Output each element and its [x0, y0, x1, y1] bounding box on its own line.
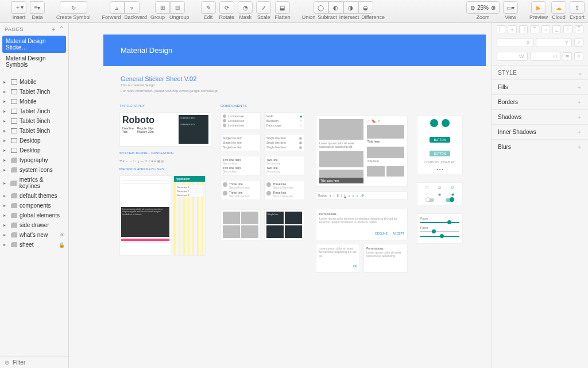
- add-shadows-icon[interactable]: ＋: [576, 113, 582, 121]
- align-top-icon[interactable]: ▔: [530, 25, 539, 33]
- style-chevron-icon[interactable]: ⌄: [578, 70, 582, 76]
- align-right-icon[interactable]: ▕: [519, 25, 528, 33]
- layer-row[interactable]: ▸Mobile: [0, 97, 68, 106]
- data-button[interactable]: ≡▾: [30, 1, 45, 14]
- mask-button[interactable]: ◔: [238, 1, 253, 14]
- disclosure-icon[interactable]: ▸: [3, 167, 8, 172]
- page-item-sticker[interactable]: Material Design Sticke…: [2, 36, 66, 53]
- layer-row[interactable]: ▸side drawer: [0, 220, 68, 230]
- rotate-button[interactable]: ⟳: [219, 1, 234, 14]
- view-button[interactable]: ▭▾: [503, 1, 518, 14]
- y-field[interactable]: Y: [536, 38, 572, 47]
- export-button[interactable]: ⇪: [570, 1, 585, 14]
- backward-button[interactable]: ▿: [125, 1, 140, 14]
- layer-row[interactable]: ▸metrics & keylines: [0, 175, 68, 191]
- disclosure-icon[interactable]: ▸: [3, 213, 8, 218]
- x-field[interactable]: X: [497, 38, 533, 47]
- layer-row[interactable]: ▸Tablet 9inch: [0, 116, 68, 126]
- zoom-value: 25%: [477, 5, 489, 11]
- layer-row[interactable]: ▸typography: [0, 155, 68, 165]
- disclosure-icon[interactable]: ▸: [3, 128, 8, 133]
- forward-button[interactable]: ▵: [110, 1, 125, 14]
- layer-row[interactable]: ▸Mobile: [0, 77, 68, 87]
- disclosure-icon[interactable]: ▸: [3, 232, 8, 237]
- flatten-button[interactable]: ⬓: [275, 1, 290, 14]
- disclosure-icon[interactable]: ▸: [3, 242, 8, 247]
- create-symbol-button[interactable]: ↻: [60, 1, 87, 14]
- layer-row[interactable]: ▸Tablet 9inch: [0, 126, 68, 136]
- disclosure-icon[interactable]: ▸: [3, 203, 8, 208]
- add-borders-icon[interactable]: ＋: [576, 98, 582, 106]
- distribute-v-icon[interactable]: ≣: [575, 25, 583, 33]
- add-blurs-icon[interactable]: ＋: [576, 143, 582, 151]
- canvas[interactable]: Material Design General Sticker Sheet V.…: [69, 23, 492, 368]
- style-section-shadows[interactable]: Shadows＋: [492, 109, 588, 124]
- layer-row[interactable]: ▸what's new👁: [0, 230, 68, 240]
- align-center-h-icon[interactable]: ┼: [508, 25, 516, 33]
- disclosure-icon[interactable]: ▸: [3, 138, 8, 143]
- style-section-inner-shadows[interactable]: Inner Shadows＋: [492, 124, 588, 139]
- layer-row[interactable]: ▸default themes: [0, 191, 68, 201]
- preview-button[interactable]: ▶: [531, 1, 546, 14]
- disclosure-icon[interactable]: ▸: [3, 99, 8, 104]
- lock-ratio-icon[interactable]: ⤢: [574, 39, 583, 47]
- layer-label: Desktop: [20, 137, 41, 144]
- cloud-button[interactable]: ☁: [551, 1, 566, 14]
- svg-rect-0: [11, 80, 17, 85]
- ungroup-button[interactable]: ⊟: [170, 1, 185, 14]
- zoom-control[interactable]: ⊖ 25% ⊕: [466, 1, 500, 14]
- page-item-symbols[interactable]: Material Design Symbols: [0, 53, 68, 70]
- layer-row[interactable]: ▸Desktop: [0, 136, 68, 145]
- disclosure-icon[interactable]: ▸: [3, 118, 8, 124]
- distribute-h-icon[interactable]: ⫴: [563, 25, 572, 33]
- insert-group: ＋▾ Insert: [11, 1, 26, 22]
- disclosure-icon[interactable]: ▸: [3, 193, 8, 198]
- data-label: Data: [32, 14, 42, 20]
- canvas-header: Material Design: [103, 34, 486, 66]
- difference-button[interactable]: ◒: [358, 1, 373, 14]
- group-button[interactable]: ⊞: [155, 1, 170, 14]
- layer-label: Tablet 7inch: [20, 89, 50, 95]
- layer-row[interactable]: ▸Tablet 7inch: [0, 106, 68, 116]
- add-fills-icon[interactable]: ＋: [576, 83, 582, 91]
- union-button[interactable]: ◯: [314, 1, 328, 14]
- add-inner-shadows-icon[interactable]: ＋: [576, 128, 582, 136]
- scale-button[interactable]: ⤢: [256, 1, 271, 14]
- zoom-out-icon[interactable]: ⊖: [470, 5, 475, 11]
- h-field[interactable]: H: [530, 52, 561, 61]
- style-section-borders[interactable]: Borders＋: [492, 94, 588, 109]
- intersect-button[interactable]: ◑: [343, 1, 358, 14]
- align-middle-icon[interactable]: ≡: [541, 25, 550, 33]
- zoom-in-icon[interactable]: ⊕: [491, 5, 496, 11]
- align-bottom-icon[interactable]: ▁: [552, 25, 561, 33]
- disclosure-icon[interactable]: ▸: [3, 158, 8, 163]
- lock-icon: 🔒: [59, 242, 65, 248]
- layer-row[interactable]: ▸Desktop: [0, 145, 68, 155]
- layer-label: default themes: [20, 193, 57, 199]
- edit-button[interactable]: ✎: [201, 1, 216, 14]
- layer-row[interactable]: ▸system icons: [0, 165, 68, 175]
- add-page-icon[interactable]: ＋: [51, 25, 57, 33]
- collapse-pages-icon[interactable]: ⌃: [59, 25, 64, 33]
- align-left-icon[interactable]: ▏: [497, 25, 505, 33]
- disclosure-icon[interactable]: ▸: [3, 79, 8, 85]
- layer-row[interactable]: ▸Tablet 7inch: [0, 87, 68, 97]
- style-section-label: Borders: [498, 99, 518, 105]
- layer-row[interactable]: ▸components: [0, 201, 68, 210]
- disclosure-icon[interactable]: ▸: [3, 89, 8, 94]
- disclosure-icon[interactable]: ▸: [3, 181, 8, 186]
- flip-v-icon[interactable]: ⇵: [574, 52, 583, 60]
- w-field[interactable]: W: [497, 52, 528, 61]
- layer-row[interactable]: ▸sheet🔒: [0, 240, 68, 250]
- flip-h-icon[interactable]: ⇋: [563, 52, 572, 60]
- svg-rect-5: [11, 129, 17, 133]
- disclosure-icon[interactable]: ▸: [3, 109, 8, 114]
- layer-row[interactable]: ▸global elements: [0, 210, 68, 220]
- subtract-button[interactable]: ◐: [328, 1, 343, 14]
- svg-rect-3: [11, 109, 17, 114]
- insert-button[interactable]: ＋▾: [11, 1, 26, 14]
- style-section-blurs[interactable]: Blurs＋: [492, 139, 588, 154]
- disclosure-icon[interactable]: ▸: [3, 223, 8, 228]
- style-section-fills[interactable]: Fills＋: [492, 79, 588, 94]
- disclosure-icon[interactable]: ▸: [3, 148, 8, 153]
